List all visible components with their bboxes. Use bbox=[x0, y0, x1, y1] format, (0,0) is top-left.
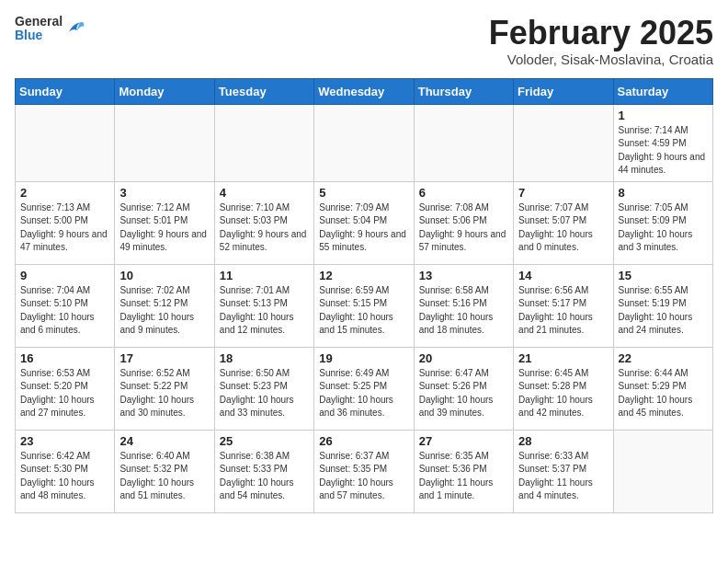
day-number: 3 bbox=[119, 186, 209, 200]
calendar-cell: 4Sunrise: 7:10 AM Sunset: 5:03 PM Daylig… bbox=[214, 181, 313, 264]
day-info: Sunrise: 6:45 AM Sunset: 5:28 PM Dayligh… bbox=[518, 367, 608, 420]
logo-blue-text: Blue bbox=[15, 29, 63, 42]
calendar-cell: 26Sunrise: 6:37 AM Sunset: 5:35 PM Dayli… bbox=[314, 430, 414, 512]
day-number: 19 bbox=[319, 351, 408, 365]
day-number: 4 bbox=[220, 186, 309, 200]
calendar-cell: 25Sunrise: 6:38 AM Sunset: 5:33 PM Dayli… bbox=[214, 430, 313, 512]
calendar-cell: 5Sunrise: 7:09 AM Sunset: 5:04 PM Daylig… bbox=[314, 181, 414, 264]
calendar-cell: 7Sunrise: 7:07 AM Sunset: 5:07 PM Daylig… bbox=[514, 181, 613, 264]
day-info: Sunrise: 7:07 AM Sunset: 5:07 PM Dayligh… bbox=[518, 201, 608, 255]
logo: General Blue bbox=[15, 15, 86, 43]
weekday-header-wednesday: Wednesday bbox=[314, 78, 414, 104]
calendar-cell: 12Sunrise: 6:59 AM Sunset: 5:15 PM Dayli… bbox=[314, 264, 414, 347]
day-number: 8 bbox=[619, 186, 708, 200]
calendar-week-row: 2Sunrise: 7:13 AM Sunset: 5:00 PM Daylig… bbox=[16, 181, 713, 264]
day-info: Sunrise: 6:47 AM Sunset: 5:26 PM Dayligh… bbox=[419, 367, 508, 420]
calendar-cell: 27Sunrise: 6:35 AM Sunset: 5:36 PM Dayli… bbox=[414, 430, 513, 512]
day-info: Sunrise: 7:10 AM Sunset: 5:03 PM Dayligh… bbox=[220, 201, 309, 255]
day-info: Sunrise: 6:35 AM Sunset: 5:36 PM Dayligh… bbox=[419, 450, 508, 503]
day-info: Sunrise: 7:04 AM Sunset: 5:10 PM Dayligh… bbox=[20, 284, 109, 338]
day-number: 27 bbox=[419, 434, 508, 448]
calendar-cell: 3Sunrise: 7:12 AM Sunset: 5:01 PM Daylig… bbox=[115, 181, 214, 264]
day-info: Sunrise: 7:05 AM Sunset: 5:09 PM Dayligh… bbox=[619, 201, 708, 255]
day-info: Sunrise: 7:01 AM Sunset: 5:13 PM Dayligh… bbox=[220, 284, 309, 338]
calendar-cell bbox=[414, 104, 513, 181]
logo-general-text: General bbox=[15, 15, 63, 29]
calendar-cell: 13Sunrise: 6:58 AM Sunset: 5:16 PM Dayli… bbox=[414, 264, 513, 347]
day-info: Sunrise: 6:50 AM Sunset: 5:23 PM Dayligh… bbox=[220, 367, 309, 420]
day-info: Sunrise: 6:59 AM Sunset: 5:15 PM Dayligh… bbox=[319, 284, 408, 338]
calendar-cell bbox=[314, 104, 414, 181]
day-number: 13 bbox=[419, 269, 508, 282]
day-number: 20 bbox=[419, 351, 508, 365]
day-info: Sunrise: 6:37 AM Sunset: 5:35 PM Dayligh… bbox=[319, 450, 408, 503]
calendar-cell: 1Sunrise: 7:14 AM Sunset: 4:59 PM Daylig… bbox=[613, 104, 712, 181]
calendar-cell: 10Sunrise: 7:02 AM Sunset: 5:12 PM Dayli… bbox=[115, 264, 214, 347]
weekday-header-friday: Friday bbox=[514, 78, 613, 104]
calendar-cell: 8Sunrise: 7:05 AM Sunset: 5:09 PM Daylig… bbox=[613, 181, 712, 264]
calendar-week-row: 16Sunrise: 6:53 AM Sunset: 5:20 PM Dayli… bbox=[16, 347, 713, 430]
calendar-week-row: 9Sunrise: 7:04 AM Sunset: 5:10 PM Daylig… bbox=[16, 264, 713, 347]
calendar-cell: 23Sunrise: 6:42 AM Sunset: 5:30 PM Dayli… bbox=[16, 430, 115, 512]
day-info: Sunrise: 6:42 AM Sunset: 5:30 PM Dayligh… bbox=[20, 450, 109, 503]
calendar-week-row: 23Sunrise: 6:42 AM Sunset: 5:30 PM Dayli… bbox=[16, 430, 713, 512]
day-info: Sunrise: 6:49 AM Sunset: 5:25 PM Dayligh… bbox=[319, 367, 408, 420]
title-block: February 2025 Voloder, Sisak-Moslavina, … bbox=[489, 15, 713, 67]
day-number: 25 bbox=[220, 434, 309, 448]
calendar-table: SundayMondayTuesdayWednesdayThursdayFrid… bbox=[15, 78, 713, 513]
day-info: Sunrise: 6:33 AM Sunset: 5:37 PM Dayligh… bbox=[518, 450, 608, 503]
day-number: 22 bbox=[619, 351, 708, 365]
day-number: 15 bbox=[619, 269, 708, 282]
day-info: Sunrise: 6:44 AM Sunset: 5:29 PM Dayligh… bbox=[619, 367, 708, 420]
calendar-cell: 14Sunrise: 6:56 AM Sunset: 5:17 PM Dayli… bbox=[514, 264, 613, 347]
day-number: 5 bbox=[319, 186, 408, 200]
weekday-header-monday: Monday bbox=[115, 78, 214, 104]
day-info: Sunrise: 7:13 AM Sunset: 5:00 PM Dayligh… bbox=[20, 201, 109, 255]
day-number: 12 bbox=[319, 269, 408, 282]
day-number: 10 bbox=[119, 269, 209, 282]
day-info: Sunrise: 7:14 AM Sunset: 4:59 PM Dayligh… bbox=[619, 124, 708, 178]
calendar-cell: 17Sunrise: 6:52 AM Sunset: 5:22 PM Dayli… bbox=[115, 347, 214, 430]
day-info: Sunrise: 6:53 AM Sunset: 5:20 PM Dayligh… bbox=[20, 367, 109, 420]
day-info: Sunrise: 7:08 AM Sunset: 5:06 PM Dayligh… bbox=[419, 201, 508, 255]
day-number: 17 bbox=[119, 351, 209, 365]
day-info: Sunrise: 7:12 AM Sunset: 5:01 PM Dayligh… bbox=[119, 201, 209, 255]
weekday-header-sunday: Sunday bbox=[16, 78, 115, 104]
calendar-cell: 9Sunrise: 7:04 AM Sunset: 5:10 PM Daylig… bbox=[16, 264, 115, 347]
logo-bird-icon bbox=[66, 18, 86, 39]
day-info: Sunrise: 6:38 AM Sunset: 5:33 PM Dayligh… bbox=[220, 450, 309, 503]
calendar-cell: 6Sunrise: 7:08 AM Sunset: 5:06 PM Daylig… bbox=[414, 181, 513, 264]
page-header: General Blue February 2025 Voloder, Sisa… bbox=[15, 15, 713, 67]
weekday-header-tuesday: Tuesday bbox=[214, 78, 313, 104]
day-number: 24 bbox=[119, 434, 209, 448]
day-info: Sunrise: 6:40 AM Sunset: 5:32 PM Dayligh… bbox=[119, 450, 209, 503]
day-number: 21 bbox=[518, 351, 608, 365]
day-number: 18 bbox=[220, 351, 309, 365]
calendar-cell bbox=[613, 430, 712, 512]
day-info: Sunrise: 6:52 AM Sunset: 5:22 PM Dayligh… bbox=[119, 367, 209, 420]
calendar-cell: 24Sunrise: 6:40 AM Sunset: 5:32 PM Dayli… bbox=[115, 430, 214, 512]
day-number: 9 bbox=[20, 269, 109, 282]
day-number: 6 bbox=[419, 186, 508, 200]
calendar-cell: 2Sunrise: 7:13 AM Sunset: 5:00 PM Daylig… bbox=[16, 181, 115, 264]
day-number: 2 bbox=[20, 186, 109, 200]
calendar-cell: 18Sunrise: 6:50 AM Sunset: 5:23 PM Dayli… bbox=[214, 347, 313, 430]
day-number: 7 bbox=[518, 186, 608, 200]
day-number: 11 bbox=[220, 269, 309, 282]
day-info: Sunrise: 7:09 AM Sunset: 5:04 PM Dayligh… bbox=[319, 201, 408, 255]
weekday-header-row: SundayMondayTuesdayWednesdayThursdayFrid… bbox=[16, 78, 713, 104]
day-number: 23 bbox=[20, 434, 109, 448]
weekday-header-thursday: Thursday bbox=[414, 78, 513, 104]
calendar-cell: 15Sunrise: 6:55 AM Sunset: 5:19 PM Dayli… bbox=[613, 264, 712, 347]
calendar-cell bbox=[514, 104, 613, 181]
calendar-week-row: 1Sunrise: 7:14 AM Sunset: 4:59 PM Daylig… bbox=[16, 104, 713, 181]
day-number: 28 bbox=[518, 434, 608, 448]
calendar-cell: 11Sunrise: 7:01 AM Sunset: 5:13 PM Dayli… bbox=[214, 264, 313, 347]
calendar-cell: 16Sunrise: 6:53 AM Sunset: 5:20 PM Dayli… bbox=[16, 347, 115, 430]
day-number: 1 bbox=[619, 109, 708, 122]
month-title: February 2025 bbox=[489, 15, 713, 52]
day-info: Sunrise: 6:58 AM Sunset: 5:16 PM Dayligh… bbox=[419, 284, 508, 338]
calendar-cell: 28Sunrise: 6:33 AM Sunset: 5:37 PM Dayli… bbox=[514, 430, 613, 512]
day-number: 16 bbox=[20, 351, 109, 365]
day-info: Sunrise: 6:56 AM Sunset: 5:17 PM Dayligh… bbox=[518, 284, 608, 338]
